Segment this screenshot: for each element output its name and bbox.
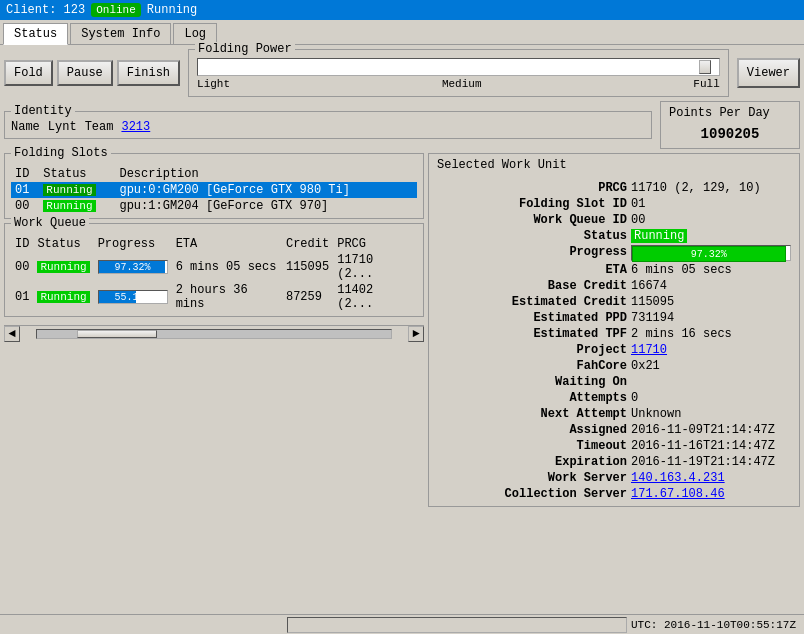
swu-progress-text: 97.32%: [691, 249, 727, 260]
swu-fsid-value: 01: [631, 197, 791, 211]
pause-button[interactable]: Pause: [57, 60, 113, 86]
identity-group-title: Identity: [11, 104, 75, 118]
swu-attempts-label: Attempts: [569, 391, 627, 405]
tab-log[interactable]: Log: [173, 23, 217, 44]
fold-button[interactable]: Fold: [4, 60, 53, 86]
scrollbar-thumb[interactable]: [77, 330, 157, 338]
team-value[interactable]: 3213: [121, 120, 150, 134]
wq-header-status: Status: [33, 236, 93, 252]
folding-power-slider[interactable]: [197, 58, 720, 76]
tab-status[interactable]: Status: [3, 23, 68, 45]
swu-eta-label: ETA: [605, 263, 627, 277]
wq-id: 01: [11, 282, 33, 312]
online-badge: Online: [91, 3, 141, 17]
swu-status-value: Running: [631, 229, 791, 243]
scroll-right-btn[interactable]: ►: [408, 326, 424, 342]
swu-fahcore-value: 0x21: [631, 359, 791, 373]
swu-collectionserver-label: Collection Server: [505, 487, 627, 501]
wq-prcg: 11710 (2...: [333, 252, 417, 282]
title-bar: Client: 123 Online Running: [0, 0, 804, 20]
swu-fahcore-label: FahCore: [577, 359, 627, 373]
swu-workserver-value[interactable]: 140.163.4.231: [631, 471, 791, 485]
wq-progress: 55.14%: [94, 282, 172, 312]
wq-eta: 6 mins 05 secs: [172, 252, 282, 282]
swu-timeout-value: 2016-11-16T21:14:47Z: [631, 439, 791, 453]
fs-description: gpu:0:GM200 [GeForce GTX 980 Ti]: [115, 182, 417, 198]
swu-nextattempt-label: Next Attempt: [541, 407, 627, 421]
swu-basecredit-value: 16674: [631, 279, 791, 293]
viewer-button[interactable]: Viewer: [737, 58, 800, 88]
swu-project-value[interactable]: 11710: [631, 343, 791, 357]
work-queue-row[interactable]: 01 Running 55.14% 2 hours 36 mins 87259 …: [11, 282, 417, 312]
swu-wqid-label: Work Queue ID: [533, 213, 627, 227]
swu-prcg-label: PRCG: [598, 181, 627, 195]
points-per-day-label: Points Per Day: [669, 106, 770, 120]
fs-status: Running: [39, 198, 115, 214]
folding-slot-row[interactable]: 01 Running gpu:0:GM200 [GeForce GTX 980 …: [11, 182, 417, 198]
wq-status: Running: [33, 282, 93, 312]
swu-title: Selected Work Unit: [437, 158, 567, 172]
wq-header-progress: Progress: [94, 236, 172, 252]
selected-work-unit-group: Selected Work Unit PRCG 11710 (2, 129, 1…: [428, 153, 800, 507]
finish-button[interactable]: Finish: [117, 60, 180, 86]
scrollbar-track[interactable]: [36, 329, 392, 339]
team-label: Team: [85, 120, 114, 134]
wq-header-eta: ETA: [172, 236, 282, 252]
wq-prcg: 11402 (2...: [333, 282, 417, 312]
fs-id: 00: [11, 198, 39, 214]
swu-waitingon-value: [631, 375, 791, 389]
client-label: Client: 123: [6, 3, 85, 17]
swu-status-label: Status: [584, 229, 627, 243]
folding-power-group: Folding Power Light Medium Full: [188, 49, 729, 97]
fs-header-desc: Description: [115, 166, 417, 182]
status-bar: UTC: 2016-11-10T00:55:17Z: [0, 614, 804, 634]
swu-eta-value: 6 mins 05 secs: [631, 263, 791, 277]
swu-expiration-label: Expiration: [555, 455, 627, 469]
work-queue-group: Work Queue ID Status Progress ETA Credit…: [4, 223, 424, 317]
swu-waitingon-label: Waiting On: [555, 375, 627, 389]
swu-prcg-value: 11710 (2, 129, 10): [631, 181, 791, 195]
swu-nextattempt-value: Unknown: [631, 407, 791, 421]
folding-power-label: Folding Power: [195, 42, 295, 56]
work-queue-row[interactable]: 00 Running 97.32% 6 mins 05 secs 115095 …: [11, 252, 417, 282]
wq-header-id: ID: [11, 236, 33, 252]
swu-project-label: Project: [577, 343, 627, 357]
swu-expiration-value: 2016-11-19T21:14:47Z: [631, 455, 791, 469]
folding-slots-group: Folding Slots ID Status Description 01 R…: [4, 153, 424, 219]
swu-progress-bar: 97.32%: [631, 245, 791, 261]
scroll-left-btn[interactable]: ◄: [4, 326, 20, 342]
points-per-day-value: 1090205: [669, 124, 791, 144]
running-label: Running: [147, 3, 197, 17]
folding-slot-row[interactable]: 00 Running gpu:1:GM204 [GeForce GTX 970]: [11, 198, 417, 214]
wq-header-credit: Credit: [282, 236, 333, 252]
name-label: Name: [11, 120, 40, 134]
wq-credit: 115095: [282, 252, 333, 282]
swu-workserver-label: Work Server: [548, 471, 627, 485]
slider-label-medium: Medium: [442, 78, 482, 90]
swu-estppd-value: 731194: [631, 311, 791, 325]
slider-thumb[interactable]: [699, 60, 711, 74]
work-queue-title: Work Queue: [11, 216, 89, 230]
horizontal-scrollbar[interactable]: ◄ ►: [4, 325, 424, 341]
fs-description: gpu:1:GM204 [GeForce GTX 970]: [115, 198, 417, 214]
swu-assigned-value: 2016-11-09T21:14:47Z: [631, 423, 791, 437]
swu-timeout-label: Timeout: [577, 439, 627, 453]
swu-esttpf-value: 2 mins 16 secs: [631, 327, 791, 341]
wq-credit: 87259: [282, 282, 333, 312]
swu-collectionserver-value[interactable]: 171.67.108.46: [631, 487, 791, 501]
swu-attempts-value: 0: [631, 391, 791, 405]
swu-esttpf-label: Estimated TPF: [533, 327, 627, 341]
tab-system-info[interactable]: System Info: [70, 23, 171, 44]
wq-progress: 97.32%: [94, 252, 172, 282]
fs-status: Running: [39, 182, 115, 198]
points-per-day-group: Points Per Day 1090205: [660, 101, 800, 149]
slider-label-full: Full: [693, 78, 719, 90]
fs-header-status: Status: [39, 166, 115, 182]
status-bar-utc: UTC: 2016-11-10T00:55:17Z: [627, 619, 800, 631]
slider-label-light: Light: [197, 78, 230, 90]
swu-fsid-label: Folding Slot ID: [519, 197, 627, 211]
fs-id: 01: [11, 182, 39, 198]
status-bar-left: [287, 617, 627, 633]
wq-id: 00: [11, 252, 33, 282]
wq-eta: 2 hours 36 mins: [172, 282, 282, 312]
